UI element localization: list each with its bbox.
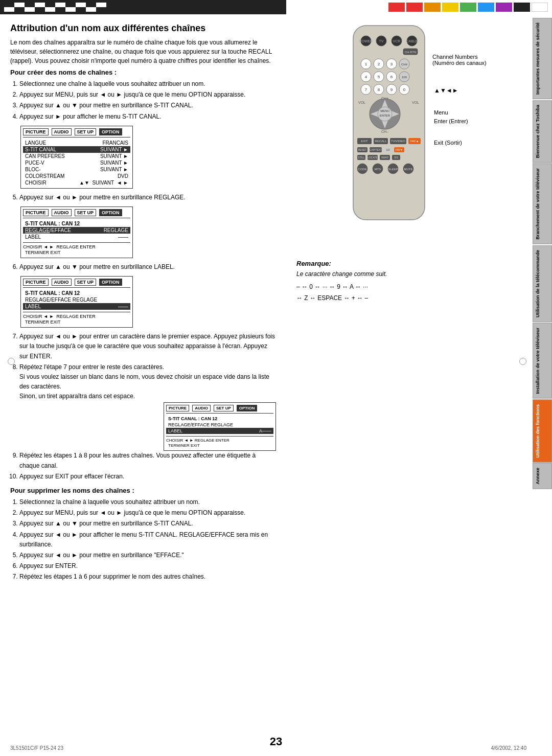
tab-audio: AUDIO bbox=[52, 128, 72, 135]
svg-text:FAV▼: FAV▼ bbox=[396, 148, 403, 151]
menu-row: REGLAGE/EFFACE REGLAGE bbox=[166, 422, 273, 428]
side-tab-annexe[interactable]: Annexe bbox=[533, 463, 552, 489]
menu-header: PICTURE AUDIO SET UP OPTION bbox=[23, 209, 130, 218]
tab-setup: SET UP bbox=[75, 128, 97, 135]
menu-row: LANGUEFRANCAIS bbox=[23, 140, 130, 146]
svg-text:TV/VIDEO: TV/VIDEO bbox=[391, 140, 405, 143]
remark-sequence-2: ↔ Z ↔ ESPACE ↔ + ↔ – bbox=[296, 293, 522, 304]
svg-text:VOL: VOL bbox=[358, 101, 365, 104]
svg-text:VCR: VCR bbox=[393, 39, 401, 43]
tab-setup: SET UP bbox=[75, 209, 97, 216]
svg-text:8: 8 bbox=[378, 87, 380, 92]
side-tab-branchement[interactable]: Branchement de votre téléviseur bbox=[533, 164, 552, 244]
tab-option: OPTION bbox=[99, 209, 122, 216]
footer-left: 3L51501C/F P15-24 23 bbox=[10, 745, 63, 751]
exit-label: Exit (Sortir) bbox=[434, 140, 462, 146]
svg-text:CH–: CH– bbox=[381, 130, 388, 133]
menu-row: PUCE-VSUIVANT ► bbox=[23, 159, 130, 166]
menu-row: COLORSTREAMDVD bbox=[23, 173, 130, 179]
color-block-orange bbox=[424, 3, 441, 12]
svg-text:STILL: STILL bbox=[358, 156, 365, 159]
remote-area: POWER TV VCR CABLE CH RTN 1 2 3 CH# 4 bbox=[343, 23, 476, 239]
menu-row: S-TIT CANAL : CAN 12 bbox=[166, 416, 273, 422]
remark-title: Remarque: bbox=[296, 260, 522, 267]
list-item: Appuyez sur EXIT pour effacer l'écran. bbox=[19, 472, 276, 482]
section1-steps-7-10: Appuyez sur ◄ ou ► pour entrer un caract… bbox=[10, 332, 276, 401]
tab-audio: AUDIO bbox=[52, 279, 72, 286]
menu-screenshot-4: PICTURE AUDIO SET UP OPTION S-TIT CANAL … bbox=[164, 402, 276, 451]
tab-picture: PICTURE bbox=[23, 279, 49, 286]
remark-sequence-1: – ↔ 0 ↔ ··· ↔ 9 ↔ A ↔ ··· bbox=[296, 282, 522, 293]
svg-text:FAV▲: FAV▲ bbox=[410, 140, 419, 143]
menu-footer-line2: TERMINER EXIT bbox=[23, 249, 130, 256]
top-bar-pattern bbox=[4, 3, 106, 12]
side-tab-bienvenue[interactable]: Bienvenue chez Toshiba bbox=[533, 100, 552, 163]
list-item: Appuyez sur ▲ ou ▼ pour mettre en surbri… bbox=[19, 262, 276, 272]
svg-text:EXIT: EXIT bbox=[361, 140, 368, 143]
svg-text:2: 2 bbox=[378, 62, 380, 66]
menu-row: LABEL—— bbox=[23, 234, 130, 240]
menu-footer-line2: TERMINER EXIT bbox=[166, 443, 273, 448]
svg-text:MTS: MTS bbox=[375, 168, 381, 171]
list-item: Appuyez sur MENU, puis sur ◄ ou ► jusqu'… bbox=[19, 508, 276, 518]
section1-steps-continued: Appuyez sur ◄ ou ► pour mettre en surbri… bbox=[10, 193, 276, 202]
list-item: Appuyez sur ◄ ou ► pour mettre en surbri… bbox=[19, 551, 276, 560]
menu-header: PICTURE AUDIO SET UP OPTION bbox=[166, 405, 273, 414]
side-tab-telecommande[interactable]: Utilisation de la télécommande bbox=[533, 245, 552, 322]
tab-audio: AUDIO bbox=[192, 405, 211, 411]
list-item: Appuyez sur MENU, puis sur ◄ ou ► jusqu'… bbox=[19, 90, 276, 100]
svg-text:6: 6 bbox=[390, 75, 393, 79]
tab-option: OPTION bbox=[99, 279, 122, 286]
svg-text:5: 5 bbox=[378, 75, 380, 79]
menu-footer: CHOISIR ◄ ► REGLAGE ENTER bbox=[23, 242, 130, 249]
color-block-black bbox=[514, 3, 530, 12]
side-tabs: Importantes mesures de sécurité Bienvenu… bbox=[533, 18, 552, 489]
menu-row: S-TIT CANAL : CAN 12 bbox=[23, 290, 130, 296]
svg-text:SWAP: SWAP bbox=[381, 156, 389, 159]
svg-text:ENTER: ENTER bbox=[380, 114, 390, 117]
svg-text:RECALL: RECALL bbox=[375, 140, 387, 143]
svg-text:SIS: SIS bbox=[394, 156, 399, 159]
menu-row: LABEL—— bbox=[23, 303, 130, 310]
section1-steps: Sélectionnez une chaîne à laquelle vous … bbox=[10, 79, 276, 122]
list-item: Appuyez sur ◄ ou ► pour entrer un caract… bbox=[19, 332, 276, 361]
color-block-green bbox=[460, 3, 476, 12]
menu-row: REGLAGE/EFFACEREGLAGE bbox=[23, 227, 130, 234]
menu-footer: CHOISIR ◄ ► REGLAGE ENTER bbox=[23, 312, 130, 319]
page-title: Attribution d'un nom aux différentes cha… bbox=[10, 23, 276, 34]
tab-option: OPTION bbox=[237, 405, 258, 411]
svg-text:CABLE: CABLE bbox=[406, 39, 418, 43]
color-block-blue bbox=[478, 3, 494, 12]
list-item: Appuyez sur ◄ ou ► pour afficher le menu… bbox=[19, 530, 276, 549]
svg-text:RESET: RESET bbox=[358, 148, 367, 151]
svg-text:4: 4 bbox=[365, 75, 367, 79]
list-item: Appuyez sur ◄ ou ► pour mettre en surbri… bbox=[19, 193, 276, 202]
color-block-red bbox=[388, 3, 405, 12]
color-block-red2 bbox=[406, 3, 423, 12]
svg-text:0: 0 bbox=[403, 87, 406, 92]
intro-paragraph: Le nom des chaînes apparaîtra sur le num… bbox=[10, 38, 276, 65]
section1-steps-6: Appuyez sur ▲ ou ▼ pour mettre en surbri… bbox=[10, 262, 276, 272]
svg-text:CH RTN: CH RTN bbox=[405, 51, 417, 54]
svg-text:LOCATE: LOCATE bbox=[367, 156, 378, 159]
nav-arrows-label: ▲▼◄► bbox=[434, 87, 458, 94]
svg-text:1/2: 1/2 bbox=[386, 148, 390, 151]
tab-picture: PICTURE bbox=[23, 128, 49, 135]
section2-steps: Sélectionnez la chaîne à laquelle vous s… bbox=[10, 497, 276, 582]
tab-picture: PICTURE bbox=[166, 405, 189, 411]
side-tab-securite[interactable]: Importantes mesures de sécurité bbox=[533, 18, 552, 99]
step8-area: PICTURE AUDIO SET UP OPTION S-TIT CANAL … bbox=[19, 402, 276, 451]
side-tab-fonctions[interactable]: Utilisation des fonctions bbox=[533, 400, 552, 463]
svg-text:TV: TV bbox=[379, 39, 384, 43]
list-item: Sélectionnez une chaîne à laquelle vous … bbox=[19, 79, 276, 89]
side-tab-installation[interactable]: Installation de votre téléviseur bbox=[533, 323, 552, 399]
menu-row: CAN PREFERESSUIVANT ► bbox=[23, 153, 130, 159]
svg-text:VOL: VOL bbox=[412, 101, 419, 104]
menu-header: PICTURE AUDIO SET UP OPTION bbox=[23, 128, 130, 138]
registration-mark-right bbox=[519, 358, 526, 365]
list-item: Répétez les étapes 1 à 6 pour supprimer … bbox=[19, 572, 276, 582]
svg-text:CODE: CODE bbox=[358, 168, 366, 171]
tab-setup: SET UP bbox=[214, 405, 234, 411]
svg-text:100: 100 bbox=[402, 76, 407, 79]
svg-text:CH#: CH# bbox=[401, 63, 408, 66]
